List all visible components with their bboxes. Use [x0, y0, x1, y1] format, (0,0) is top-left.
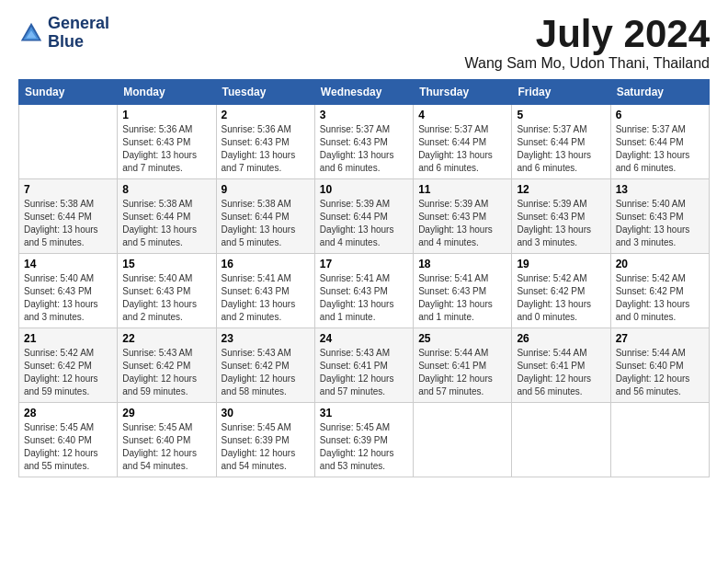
location-title: Wang Sam Mo, Udon Thani, Thailand [464, 55, 710, 72]
day-info: Sunrise: 5:37 AM Sunset: 6:43 PM Dayligh… [320, 123, 408, 175]
day-number: 13 [616, 183, 704, 196]
calendar-cell: 19Sunrise: 5:42 AM Sunset: 6:42 PM Dayli… [512, 254, 610, 328]
day-info: Sunrise: 5:36 AM Sunset: 6:43 PM Dayligh… [122, 123, 210, 175]
day-info: Sunrise: 5:44 AM Sunset: 6:41 PM Dayligh… [517, 347, 605, 398]
calendar-cell [414, 403, 512, 477]
day-info: Sunrise: 5:44 AM Sunset: 6:41 PM Dayligh… [418, 347, 506, 398]
calendar-cell [19, 105, 118, 179]
calendar-cell: 26Sunrise: 5:44 AM Sunset: 6:41 PM Dayli… [512, 328, 610, 403]
calendar-cell: 20Sunrise: 5:42 AM Sunset: 6:42 PM Dayli… [610, 254, 709, 328]
weekday-header: Sunday [19, 80, 118, 105]
calendar-cell [610, 403, 709, 477]
day-info: Sunrise: 5:37 AM Sunset: 6:44 PM Dayligh… [418, 123, 506, 175]
logo-text: General Blue [48, 15, 109, 52]
calendar-cell: 5Sunrise: 5:37 AM Sunset: 6:44 PM Daylig… [512, 105, 610, 179]
calendar-cell: 4Sunrise: 5:37 AM Sunset: 6:44 PM Daylig… [414, 105, 512, 179]
weekday-header: Tuesday [216, 80, 314, 105]
calendar-cell: 23Sunrise: 5:43 AM Sunset: 6:42 PM Dayli… [216, 328, 314, 403]
day-number: 8 [122, 183, 210, 196]
day-info: Sunrise: 5:40 AM Sunset: 6:43 PM Dayligh… [616, 198, 704, 249]
day-number: 1 [122, 109, 210, 121]
day-number: 29 [122, 407, 210, 419]
logo-icon [18, 20, 44, 46]
day-number: 12 [517, 183, 605, 196]
calendar-cell: 8Sunrise: 5:38 AM Sunset: 6:44 PM Daylig… [118, 179, 216, 254]
day-info: Sunrise: 5:40 AM Sunset: 6:43 PM Dayligh… [24, 272, 112, 324]
day-info: Sunrise: 5:43 AM Sunset: 6:42 PM Dayligh… [222, 347, 310, 398]
calendar-week-row: 7Sunrise: 5:38 AM Sunset: 6:44 PM Daylig… [19, 179, 710, 254]
day-number: 4 [418, 109, 506, 121]
weekday-header: Wednesday [314, 80, 413, 105]
day-info: Sunrise: 5:44 AM Sunset: 6:40 PM Dayligh… [616, 347, 704, 398]
calendar-cell: 31Sunrise: 5:45 AM Sunset: 6:39 PM Dayli… [314, 403, 413, 477]
calendar-cell: 22Sunrise: 5:43 AM Sunset: 6:42 PM Dayli… [118, 328, 216, 403]
day-info: Sunrise: 5:45 AM Sunset: 6:39 PM Dayligh… [320, 421, 408, 473]
calendar-week-row: 28Sunrise: 5:45 AM Sunset: 6:40 PM Dayli… [19, 403, 710, 477]
day-number: 21 [24, 332, 112, 345]
calendar-cell: 1Sunrise: 5:36 AM Sunset: 6:43 PM Daylig… [118, 105, 216, 179]
day-number: 24 [320, 332, 408, 345]
day-info: Sunrise: 5:38 AM Sunset: 6:44 PM Dayligh… [122, 198, 210, 249]
day-info: Sunrise: 5:40 AM Sunset: 6:43 PM Dayligh… [122, 272, 210, 324]
day-info: Sunrise: 5:42 AM Sunset: 6:42 PM Dayligh… [24, 347, 112, 398]
day-number: 30 [222, 407, 310, 419]
day-info: Sunrise: 5:43 AM Sunset: 6:42 PM Dayligh… [122, 347, 210, 398]
calendar-cell: 27Sunrise: 5:44 AM Sunset: 6:40 PM Dayli… [610, 328, 709, 403]
day-info: Sunrise: 5:39 AM Sunset: 6:43 PM Dayligh… [418, 198, 506, 249]
calendar-cell: 9Sunrise: 5:38 AM Sunset: 6:44 PM Daylig… [216, 179, 314, 254]
calendar-cell: 29Sunrise: 5:45 AM Sunset: 6:40 PM Dayli… [118, 403, 216, 477]
day-number: 3 [320, 109, 408, 121]
calendar-cell: 2Sunrise: 5:36 AM Sunset: 6:43 PM Daylig… [216, 105, 314, 179]
day-number: 10 [320, 183, 408, 196]
calendar-cell: 11Sunrise: 5:39 AM Sunset: 6:43 PM Dayli… [414, 179, 512, 254]
day-number: 26 [517, 332, 605, 345]
day-number: 7 [24, 183, 112, 196]
day-number: 28 [24, 407, 112, 419]
calendar-cell: 21Sunrise: 5:42 AM Sunset: 6:42 PM Dayli… [19, 328, 118, 403]
calendar-cell: 30Sunrise: 5:45 AM Sunset: 6:39 PM Dayli… [216, 403, 314, 477]
day-number: 14 [24, 258, 112, 270]
calendar-cell: 25Sunrise: 5:44 AM Sunset: 6:41 PM Dayli… [414, 328, 512, 403]
day-info: Sunrise: 5:42 AM Sunset: 6:42 PM Dayligh… [517, 272, 605, 324]
day-info: Sunrise: 5:39 AM Sunset: 6:44 PM Dayligh… [320, 198, 408, 249]
weekday-header: Thursday [414, 80, 512, 105]
weekday-header: Saturday [610, 80, 709, 105]
calendar-cell: 16Sunrise: 5:41 AM Sunset: 6:43 PM Dayli… [216, 254, 314, 328]
calendar-cell: 15Sunrise: 5:40 AM Sunset: 6:43 PM Dayli… [118, 254, 216, 328]
day-number: 31 [320, 407, 408, 419]
calendar-cell: 24Sunrise: 5:43 AM Sunset: 6:41 PM Dayli… [314, 328, 413, 403]
day-info: Sunrise: 5:42 AM Sunset: 6:42 PM Dayligh… [616, 272, 704, 324]
day-info: Sunrise: 5:38 AM Sunset: 6:44 PM Dayligh… [24, 198, 112, 249]
day-info: Sunrise: 5:37 AM Sunset: 6:44 PM Dayligh… [517, 123, 605, 175]
calendar-week-row: 1Sunrise: 5:36 AM Sunset: 6:43 PM Daylig… [19, 105, 710, 179]
day-info: Sunrise: 5:43 AM Sunset: 6:41 PM Dayligh… [320, 347, 408, 398]
day-number: 5 [517, 109, 605, 121]
day-number: 27 [616, 332, 704, 345]
calendar-cell: 18Sunrise: 5:41 AM Sunset: 6:43 PM Dayli… [414, 254, 512, 328]
day-info: Sunrise: 5:37 AM Sunset: 6:44 PM Dayligh… [616, 123, 704, 175]
day-info: Sunrise: 5:39 AM Sunset: 6:43 PM Dayligh… [517, 198, 605, 249]
day-number: 2 [222, 109, 310, 121]
calendar-cell [512, 403, 610, 477]
calendar-cell: 13Sunrise: 5:40 AM Sunset: 6:43 PM Dayli… [610, 179, 709, 254]
day-number: 6 [616, 109, 704, 121]
title-block: July 2024 Wang Sam Mo, Udon Thani, Thail… [464, 15, 710, 72]
calendar-cell: 6Sunrise: 5:37 AM Sunset: 6:44 PM Daylig… [610, 105, 709, 179]
calendar-cell: 17Sunrise: 5:41 AM Sunset: 6:43 PM Dayli… [314, 254, 413, 328]
day-number: 25 [418, 332, 506, 345]
day-number: 20 [616, 258, 704, 270]
day-number: 17 [320, 258, 408, 270]
calendar-cell: 14Sunrise: 5:40 AM Sunset: 6:43 PM Dayli… [19, 254, 118, 328]
calendar-week-row: 14Sunrise: 5:40 AM Sunset: 6:43 PM Dayli… [19, 254, 710, 328]
weekday-header: Monday [118, 80, 216, 105]
day-info: Sunrise: 5:41 AM Sunset: 6:43 PM Dayligh… [320, 272, 408, 324]
calendar-cell: 3Sunrise: 5:37 AM Sunset: 6:43 PM Daylig… [314, 105, 413, 179]
day-info: Sunrise: 5:36 AM Sunset: 6:43 PM Dayligh… [222, 123, 310, 175]
day-number: 22 [122, 332, 210, 345]
day-number: 18 [418, 258, 506, 270]
calendar-header-row: SundayMondayTuesdayWednesdayThursdayFrid… [19, 80, 710, 105]
day-number: 16 [222, 258, 310, 270]
page-header: General Blue July 2024 Wang Sam Mo, Udon… [18, 15, 710, 72]
weekday-header: Friday [512, 80, 610, 105]
day-number: 9 [222, 183, 310, 196]
